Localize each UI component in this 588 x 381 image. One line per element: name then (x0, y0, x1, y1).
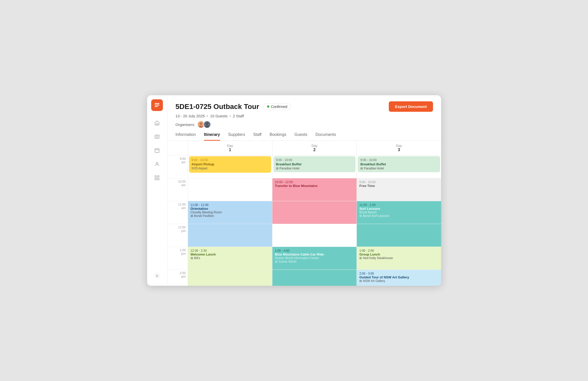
day-header-3: Day 3 (357, 141, 441, 155)
calendar-icon[interactable] (151, 145, 163, 156)
guest-count: 10 Guests (210, 114, 227, 118)
svg-point-12 (200, 122, 202, 125)
event-airport-pickup[interactable]: 9:00 - 10:00 Airport Pickup SYD Airport (189, 156, 271, 173)
header-top: 5DE1-0725 Outback Tour Confirmed Export … (176, 101, 433, 112)
svg-rect-3 (156, 123, 158, 125)
cell-d1-11am: 11:00 - 11:00 Orientation Clovelly Meeti… (188, 201, 272, 224)
cell-d3-1pm: 1:00 - 2:00 Group Lunch ⊞ Ned Kelly Stea… (357, 247, 441, 270)
tab-staff[interactable]: Staff (253, 132, 261, 141)
day-header-2: Day 2 (272, 141, 357, 155)
event-art-gallery[interactable]: 2:00 - 3:00 Guided Tour of NSW Art Galle… (357, 270, 441, 285)
time-label-1pm: 1:00pm (167, 247, 188, 270)
cell-d2-1pm: 1:00 - 4:00 Blue Mountains Cable Car Rid… (272, 247, 357, 270)
cell-d3-9am: 9:00 - 10:00 Breakfast Buffet ⊞ Paradise… (357, 155, 441, 178)
settings-icon[interactable] (151, 270, 163, 282)
cell-d2-10am: 10:00 - 12:00 Transfer to Blue Mountains (272, 178, 357, 201)
header: 5DE1-0725 Outback Tour Confirmed Export … (167, 95, 441, 132)
svg-point-5 (156, 162, 158, 164)
cell-d3-11am: 11:00 - 1:00 Surf Lessons Bondi Beach ⊞ … (357, 201, 441, 224)
tab-itinerary[interactable]: Itinerary (204, 132, 220, 141)
grid-icon[interactable] (151, 172, 163, 184)
time-label-12pm: 12:00pm (167, 224, 188, 247)
header-meta: 13 - 20 July 2025 • 10 Guests • 2 Staff (176, 114, 433, 118)
tab-information[interactable]: Information (176, 132, 196, 141)
time-header (167, 141, 188, 155)
calendar-container: Day 1 Day 2 Day 3 9:00am 9:00 - 10:00 (167, 141, 441, 286)
main-content: 5DE1-0725 Outback Tour Confirmed Export … (167, 95, 441, 286)
cell-d3-12pm (357, 224, 441, 247)
calendar-grid: Day 1 Day 2 Day 3 9:00am 9:00 - 10:00 (167, 141, 441, 286)
cell-d2-9am: 9:00 - 10:00 Breakfast Buffet ⊞ Paradise… (272, 155, 357, 178)
time-label-10am: 10:00am (167, 178, 188, 201)
organisers-label: Organisers: (176, 122, 195, 127)
cell-d3-2pm: 2:00 - 3:00 Guided Tour of NSW Art Galle… (357, 270, 441, 286)
avatar-group (197, 121, 211, 128)
cell-d1-1pm: 12:30 - 2:30 Welcome Lunch ⊞ Bill's (188, 247, 272, 270)
cell-d2-2pm (272, 270, 357, 286)
staff-count: 2 Staff (233, 114, 244, 118)
svg-rect-0 (155, 103, 159, 104)
status-dot (267, 105, 269, 108)
status-label: Confirmed (271, 105, 287, 109)
svg-rect-8 (155, 178, 157, 180)
map-icon[interactable] (151, 131, 163, 142)
status-badge: Confirmed (263, 103, 291, 110)
sidebar (147, 95, 167, 286)
cell-d1-2pm (188, 270, 272, 286)
tab-documents[interactable]: Documents (316, 132, 336, 141)
export-button[interactable]: Export Document (389, 101, 433, 112)
app-logo[interactable] (151, 99, 163, 111)
svg-rect-2 (155, 106, 158, 107)
svg-rect-9 (158, 178, 159, 180)
event-cable-car[interactable]: 1:00 - 4:00 Blue Mountains Cable Car Rid… (272, 247, 357, 265)
event-group-lunch[interactable]: 1:00 - 2:00 Group Lunch ⊞ Ned Kelly Stea… (357, 247, 441, 262)
event-free-time[interactable]: 9:00 - 10:00 Free Time (357, 178, 441, 190)
organisers-row: Organisers: (176, 121, 433, 128)
svg-point-15 (206, 122, 208, 125)
time-label-11am: 11:00am (167, 201, 188, 224)
event-welcome-lunch[interactable]: 12:30 - 2:30 Welcome Lunch ⊞ Bill's (188, 247, 272, 262)
event-orientation[interactable]: 11:00 - 11:00 Orientation Clovelly Meeti… (188, 201, 272, 220)
event-transfer-start[interactable]: 10:00 - 12:00 Transfer to Blue Mountains (272, 178, 357, 190)
trip-dates: 13 - 20 July 2025 (176, 114, 205, 118)
event-breakfast-d3[interactable]: 9:00 - 10:00 Breakfast Buffet ⊞ Paradise… (358, 156, 440, 172)
tabs: Information Itinerary Suppliers Staff Bo… (167, 132, 441, 141)
header-title-row: 5DE1-0725 Outback Tour Confirmed (176, 103, 291, 111)
svg-rect-4 (155, 149, 159, 153)
cell-d3-10am: 9:00 - 10:00 Free Time (357, 178, 441, 201)
cell-d2-12pm (272, 224, 357, 247)
cell-d2-11am (272, 201, 357, 224)
svg-point-10 (156, 275, 158, 277)
cell-d1-9am: 9:00 - 10:00 Airport Pickup SYD Airport (188, 155, 272, 178)
time-label-2pm: 2:00pm (167, 270, 188, 286)
tab-guests[interactable]: Guests (295, 132, 307, 141)
tab-bookings[interactable]: Bookings (270, 132, 286, 141)
avatar (203, 121, 211, 128)
svg-rect-7 (158, 176, 159, 177)
event-surf-lessons[interactable]: 11:00 - 1:00 Surf Lessons Bondi Beach ⊞ … (357, 201, 441, 220)
event-breakfast-d2[interactable]: 9:00 - 10:00 Breakfast Buffet ⊞ Paradise… (273, 156, 355, 172)
cell-d1-10am (188, 178, 272, 201)
svg-rect-6 (155, 176, 157, 177)
cell-d1-12pm (188, 224, 272, 247)
svg-rect-1 (155, 105, 159, 105)
user-icon[interactable] (151, 158, 163, 170)
home-icon[interactable] (151, 117, 163, 129)
day-header-1: Day 1 (188, 141, 272, 155)
time-label-9am: 9:00am (167, 155, 188, 178)
app-window: 5DE1-0725 Outback Tour Confirmed Export … (147, 95, 441, 286)
page-title: 5DE1-0725 Outback Tour (176, 103, 259, 111)
tab-suppliers[interactable]: Suppliers (228, 132, 245, 141)
